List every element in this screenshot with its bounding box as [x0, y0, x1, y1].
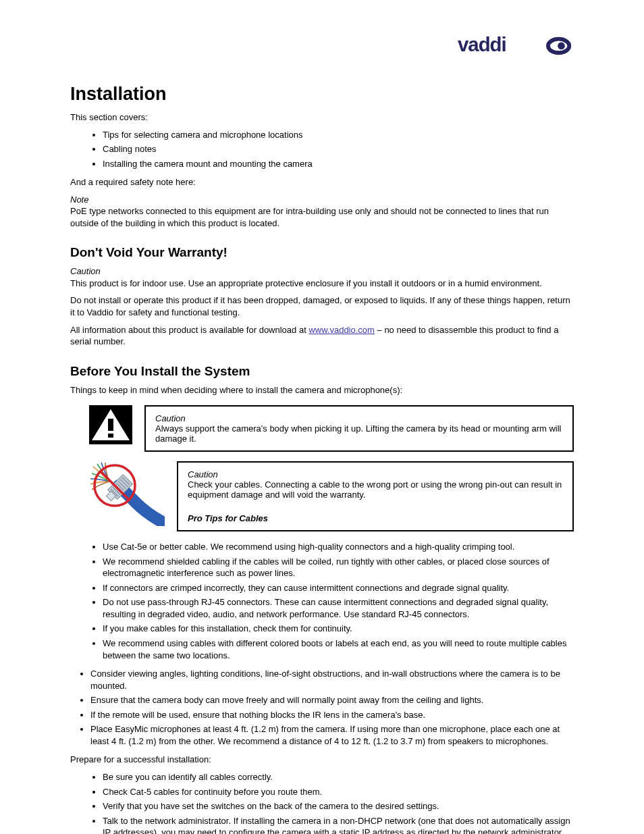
- caution-callout-2: Caution Always support the camera's body…: [89, 405, 574, 452]
- caution-text: Check your cables. Connecting a cable to…: [188, 479, 562, 500]
- vaddio-logo: vaddi: [458, 32, 576, 57]
- bad-cable-icon: [89, 461, 165, 526]
- note-block: Note PoE type networks connected to this…: [70, 194, 574, 230]
- svg-rect-6: [108, 434, 113, 438]
- pro-tips-label: Pro Tips for Cables: [188, 513, 268, 523]
- list-item: Use Cat-5e or better cable. We recommend…: [103, 541, 574, 553]
- list-item: We recommend shielded cabling if the cab…: [103, 556, 574, 579]
- list-item: If the remote will be used, ensure that …: [90, 709, 574, 721]
- dont-void-paragraph-1: Do not install or operate this product i…: [70, 294, 574, 318]
- list-item: If you make cables for this installation…: [103, 623, 574, 635]
- pro-tips-bullet-list: Use Cat-5e or better cable. We recommend…: [103, 541, 574, 661]
- list-item: If connectors are crimped incorrectly, t…: [103, 582, 574, 594]
- list-item: We recommend using cables with different…: [103, 637, 574, 661]
- prepare-paragraph: Prepare for a successful installation:: [70, 754, 574, 766]
- warning-triangle-icon: [89, 405, 132, 444]
- heading-dont-void: Don't Void Your Warranty!: [70, 245, 574, 260]
- list-item: Cabling notes: [103, 143, 574, 155]
- list-item: Consider viewing angles, lighting condit…: [90, 668, 574, 692]
- list-item: Talk to the network administrator. If in…: [103, 815, 574, 834]
- svg-text:vaddi: vaddi: [458, 33, 506, 55]
- list-item: Be sure you can identify all cables corr…: [103, 771, 574, 783]
- note-text: PoE type networks connected to this equi…: [70, 206, 549, 228]
- intro-paragraph-2: And a required safety note here:: [70, 176, 574, 188]
- list-item: Do not use pass-through RJ-45 connectors…: [103, 596, 574, 620]
- list-item: Installing the camera mount and mounting…: [103, 158, 574, 170]
- list-item: Tips for selecting camera and microphone…: [103, 129, 574, 141]
- prepare-bullet-list: Be sure you can identify all cables corr…: [103, 771, 574, 834]
- note-label: Note: [70, 194, 88, 205]
- location-bullet-list: Consider viewing angles, lighting condit…: [90, 668, 574, 747]
- intro-bullet-list: Tips for selecting camera and microphone…: [103, 129, 574, 170]
- before-install-paragraph: Things to keep in mind when deciding whe…: [70, 384, 574, 396]
- heading-before-install: Before You Install the System: [70, 364, 574, 379]
- caution-label: Caution: [188, 469, 218, 479]
- intro-paragraph-1: This section covers:: [70, 111, 574, 124]
- list-item: Place EasyMic microphones at least 4 ft.…: [90, 723, 574, 747]
- heading-installation: Installation: [70, 84, 574, 105]
- caution-label: Caution: [70, 266, 101, 276]
- caution-label: Caution: [155, 413, 186, 423]
- vaddio-link[interactable]: www.vaddio.com: [308, 325, 375, 335]
- svg-rect-5: [108, 419, 113, 431]
- svg-point-2: [558, 43, 565, 50]
- caution-callout-3: Caution Check your cables. Connecting a …: [89, 461, 574, 531]
- list-item: Verify that you have set the switches on…: [103, 800, 574, 812]
- dont-void-paragraph-2: All information about this product is av…: [70, 324, 574, 348]
- list-item: Check Cat-5 cables for continuity before…: [103, 786, 574, 798]
- caution-1: Caution This product is for indoor use. …: [70, 265, 574, 289]
- list-item: Ensure that the camera body can move fre…: [90, 694, 574, 706]
- caution-text: This product is for indoor use. Use an a…: [70, 278, 542, 288]
- caution-text: Always support the camera's body when pi…: [155, 423, 562, 444]
